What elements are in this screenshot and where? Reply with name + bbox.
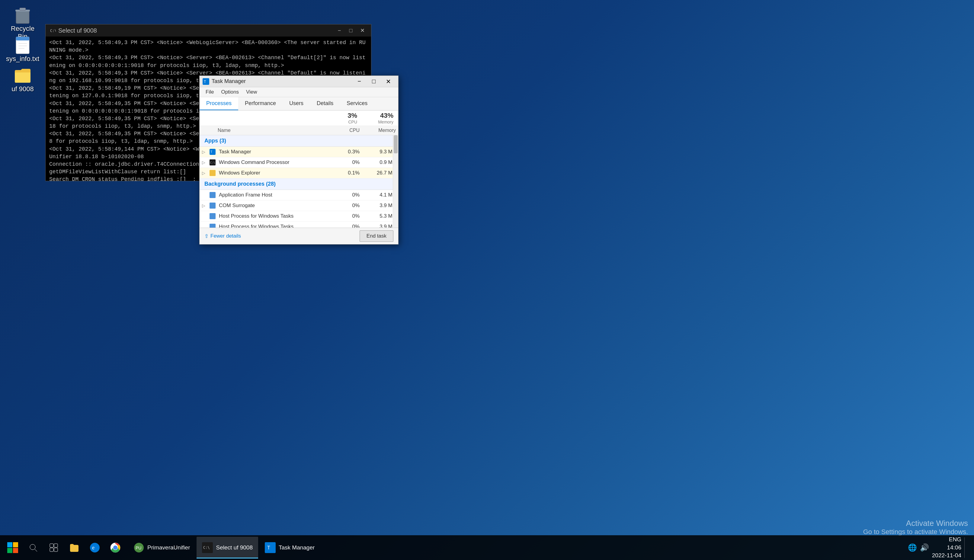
tab-users[interactable]: Users — [283, 97, 310, 110]
svg-rect-29 — [54, 548, 58, 552]
tm-tabs: Processes Performance Users Details Serv… — [200, 97, 398, 110]
tab-performance[interactable]: Performance — [238, 97, 283, 110]
taskbar-search[interactable] — [23, 537, 43, 558]
svg-rect-23 — [13, 548, 18, 553]
taskbar-item-primavera[interactable]: PU PrimaveraUnifier — [128, 537, 195, 558]
primavera-icon: PU — [133, 542, 144, 553]
tab-processes[interactable]: Processes — [200, 97, 238, 110]
windows-logo-icon — [7, 542, 19, 554]
proc-mem: 5.3 MB — [360, 213, 396, 219]
proc-cpu: 0.3% — [324, 149, 360, 155]
edge-icon: e — [89, 542, 100, 553]
proc-name: Windows Command Processor — [218, 159, 324, 165]
taskbar-items: PU PrimaveraUnifier C:\ Select uf 9008 T… — [128, 537, 908, 558]
host-process-icon-2 — [209, 223, 216, 228]
volume-icon[interactable]: 🔊 — [920, 543, 929, 552]
cmd-titlebar-left: C:\ Select uf 9008 — [49, 27, 97, 34]
svg-text:C:\: C:\ — [50, 29, 56, 33]
proc-name: Host Process for Windows Tasks — [218, 224, 324, 228]
table-row[interactable]: Host Process for Windows Tasks 0% 5.3 MB — [200, 211, 398, 222]
menu-view[interactable]: View — [242, 88, 261, 96]
mem-label: Memory — [357, 120, 394, 124]
fewer-details-button[interactable]: ⇧ Fewer details — [204, 233, 241, 239]
system-tray: 🌐 🔊 ENG 14:06 2022-11-04 — [908, 535, 972, 560]
tm-minimize-button[interactable]: − — [352, 77, 366, 87]
uf9008-svg — [13, 66, 32, 85]
clock-time: 14:06 — [932, 544, 961, 552]
svg-text:T: T — [210, 150, 212, 154]
svg-point-24 — [30, 544, 35, 550]
proc-mem: 9.3 MB — [360, 149, 396, 155]
tm-title: Task Manager — [212, 78, 246, 85]
table-row[interactable]: ▷ C:\ Windows Command Processor 0% 0.9 M… — [200, 157, 398, 168]
svg-rect-21 — [13, 542, 18, 547]
svg-rect-2 — [20, 8, 26, 10]
table-row[interactable]: Host Process for Windows Tasks 0% 3.9 MB — [200, 222, 398, 228]
col-name: Name — [218, 128, 324, 133]
proc-name: Task Manager — [218, 149, 324, 155]
fewer-details-label: Fewer details — [210, 233, 241, 239]
sys-info-icon[interactable]: sys_info.txt — [3, 33, 42, 65]
svg-text:C:\: C:\ — [210, 161, 215, 164]
cmd-minimize-button[interactable]: − — [334, 26, 345, 35]
tm-scrollbar-thumb[interactable] — [394, 135, 398, 153]
taskbar-item-taskman[interactable]: T Task Manager — [259, 537, 320, 558]
svg-rect-28 — [50, 548, 53, 552]
table-row[interactable]: ▷ T Task Manager 0.3% 9.3 MB — [200, 147, 398, 157]
expand-icon[interactable]: ▷ — [202, 150, 209, 154]
uf9008-icon[interactable]: uf 9008 — [3, 63, 42, 95]
expand-icon[interactable]: ▷ — [202, 203, 209, 208]
sys-info-svg — [13, 36, 32, 55]
proc-cpu: 0% — [324, 224, 360, 228]
show-desktop-button[interactable] — [964, 537, 969, 558]
apps-section-header: Apps (3) — [200, 135, 398, 147]
svg-text:e: e — [92, 545, 95, 551]
taskbar-item-cmd[interactable]: C:\ Select uf 9008 — [197, 537, 258, 558]
tm-menubar: File Options View — [200, 87, 398, 97]
proc-cpu: 0% — [324, 203, 360, 208]
end-task-button[interactable]: End task — [360, 230, 394, 242]
network-icon[interactable]: 🌐 — [908, 543, 917, 552]
sys-info-label: sys_info.txt — [6, 55, 39, 63]
search-icon — [29, 543, 38, 552]
proc-name: COM Surrogate — [218, 203, 324, 208]
bg-section-header: Background processes (28) — [200, 178, 398, 190]
cmd-title: Select uf 9008 — [58, 27, 97, 34]
cmd-maximize-button[interactable]: □ — [346, 26, 356, 35]
expand-icon[interactable]: ▷ — [202, 160, 209, 165]
cmd-proc-icon: C:\ — [209, 159, 216, 166]
proc-cpu: 0% — [324, 213, 360, 219]
activate-watermark: Activate Windows Go to Settings to activ… — [863, 518, 968, 536]
tab-details[interactable]: Details — [310, 97, 340, 110]
svg-rect-20 — [7, 542, 12, 547]
expand-icon[interactable]: ▷ — [202, 170, 209, 175]
svg-text:C:\: C:\ — [203, 545, 210, 550]
tm-titlebar-left: T Task Manager — [203, 78, 246, 85]
table-row[interactable]: ▷ COM Surrogate 0% 3.9 MB — [200, 200, 398, 211]
cpu-label: CPU — [321, 120, 357, 124]
svg-rect-22 — [7, 548, 12, 553]
start-button[interactable] — [2, 537, 23, 558]
chrome-icon — [110, 542, 121, 553]
cmd-icon: C:\ — [49, 27, 56, 34]
table-row[interactable]: ▷ Windows Explorer 0.1% 26.7 MB — [200, 168, 398, 178]
task-view-button[interactable] — [43, 537, 64, 558]
proc-mem: 3.9 MB — [360, 224, 396, 228]
menu-options[interactable]: Options — [217, 88, 242, 96]
taskbar-clock[interactable]: ENG 14:06 2022-11-04 — [932, 535, 961, 560]
svg-rect-7 — [16, 37, 29, 40]
cmd-controls: − □ ✕ — [334, 26, 367, 35]
chrome-taskbar[interactable] — [105, 537, 126, 558]
edge-taskbar[interactable]: e — [85, 537, 105, 558]
tm-close-button[interactable]: ✕ — [381, 77, 395, 87]
tm-scrollbar[interactable] — [393, 135, 398, 228]
cmd-close-button[interactable]: ✕ — [357, 26, 367, 35]
menu-file[interactable]: File — [202, 88, 217, 96]
file-explorer-taskbar[interactable] — [64, 537, 85, 558]
col-mem: Memory — [360, 128, 396, 133]
table-row[interactable]: Application Frame Host 0% 4.1 MB — [200, 190, 398, 200]
task-manager-window: T Task Manager − □ ✕ File Options View P… — [199, 75, 399, 245]
tab-services[interactable]: Services — [340, 97, 374, 110]
tm-restore-button[interactable]: □ — [367, 77, 381, 87]
cmd-titlebar: C:\ Select uf 9008 − □ ✕ — [46, 25, 371, 37]
